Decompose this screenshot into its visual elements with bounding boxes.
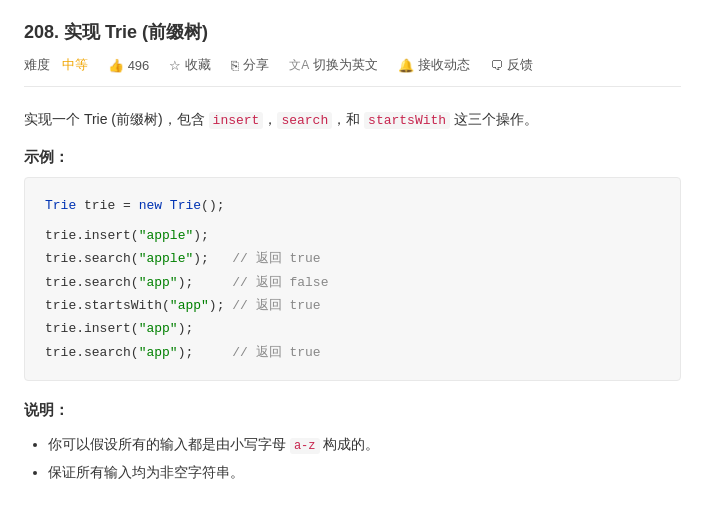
feedback-label: 反馈 [507, 56, 533, 74]
notes-section: 说明： 你可以假设所有的输入都是由小写字母 a-z 构成的。 保证所有输入均为非… [24, 401, 681, 486]
share-button[interactable]: ⎘ 分享 [231, 56, 269, 74]
code-line-1: Trie trie = new Trie(); [45, 194, 660, 217]
code-startswith: startsWith [364, 112, 450, 129]
bell-icon: 🔔 [398, 58, 414, 73]
switch-lang-button[interactable]: 文A 切换为英文 [289, 56, 378, 74]
example-title: 示例： [24, 148, 681, 167]
likes-button[interactable]: 👍 496 [108, 58, 150, 73]
meta-row: 难度 中等 👍 496 ☆ 收藏 ⎘ 分享 文A 切换为英文 🔔 接收动态 🗨 … [24, 56, 681, 87]
feedback-button[interactable]: 🗨 反馈 [490, 56, 533, 74]
difficulty-value: 中等 [62, 56, 88, 74]
collect-button[interactable]: ☆ 收藏 [169, 56, 211, 74]
code-line-5: trie.startsWith("app"); // 返回 true [45, 294, 660, 317]
feedback-icon: 🗨 [490, 58, 503, 73]
star-icon: ☆ [169, 58, 181, 73]
code-insert: insert [209, 112, 264, 129]
note-item-1: 你可以假设所有的输入都是由小写字母 a-z 构成的。 [48, 430, 681, 458]
switch-lang-label: 切换为英文 [313, 56, 378, 74]
code-line-6: trie.insert("app"); [45, 317, 660, 340]
thumb-up-icon: 👍 [108, 58, 124, 73]
problem-description: 实现一个 Trie (前缀树)，包含 insert，search，和 start… [24, 107, 681, 132]
code-line-2: trie.insert("apple"); [45, 224, 660, 247]
difficulty-label: 难度 [24, 56, 50, 74]
code-block: Trie trie = new Trie(); trie.insert("app… [24, 177, 681, 381]
translate-icon: 文A [289, 57, 309, 74]
code-az: a-z [290, 438, 320, 454]
share-label: 分享 [243, 56, 269, 74]
code-search: search [277, 112, 332, 129]
subscribe-label: 接收动态 [418, 56, 470, 74]
code-line-3: trie.search("apple"); // 返回 true [45, 247, 660, 270]
collect-label: 收藏 [185, 56, 211, 74]
share-icon: ⎘ [231, 58, 239, 73]
note-item-2: 保证所有输入均为非空字符串。 [48, 458, 681, 486]
problem-title: 208. 实现 Trie (前缀树) [24, 20, 681, 44]
code-line-7: trie.search("app"); // 返回 true [45, 341, 660, 364]
difficulty-container: 难度 中等 [24, 56, 88, 74]
subscribe-button[interactable]: 🔔 接收动态 [398, 56, 470, 74]
notes-list: 你可以假设所有的输入都是由小写字母 a-z 构成的。 保证所有输入均为非空字符串… [24, 430, 681, 486]
code-line-4: trie.search("app"); // 返回 false [45, 271, 660, 294]
notes-title: 说明： [24, 401, 681, 420]
likes-count: 496 [128, 58, 150, 73]
